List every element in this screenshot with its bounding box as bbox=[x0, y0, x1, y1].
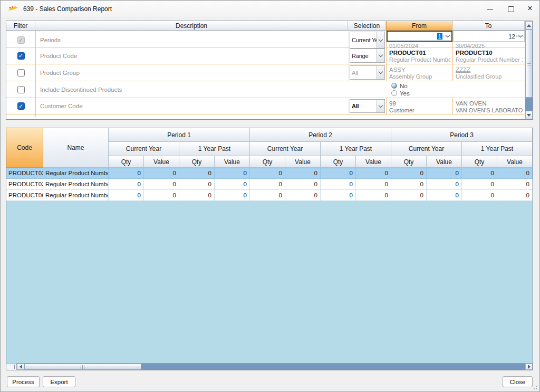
value-cell[interactable]: 0 bbox=[144, 168, 179, 179]
value-cell[interactable]: 0 bbox=[285, 168, 321, 179]
period-to-editor[interactable]: 12 bbox=[453, 31, 525, 42]
filter-from-cell[interactable]: PRODUCT01Regular Product Number 01 bbox=[386, 47, 452, 64]
measure-subheader[interactable]: Value bbox=[285, 156, 321, 168]
value-cell[interactable]: 0 bbox=[109, 179, 144, 190]
scrollbar-right-button[interactable] bbox=[525, 364, 533, 370]
value-cell[interactable]: 0 bbox=[179, 190, 215, 201]
value-cell[interactable]: 0 bbox=[462, 168, 497, 179]
filter-column-header[interactable]: Filter bbox=[6, 21, 35, 31]
code-cell[interactable]: PRODUCT06 bbox=[6, 190, 43, 201]
code-cell[interactable]: PRODUCT03 bbox=[6, 179, 43, 190]
value-cell[interactable]: 0 bbox=[109, 190, 144, 201]
filter-vertical-scrollbar[interactable] bbox=[525, 21, 533, 119]
grid-row[interactable]: PRODUCT03Regular Product Number 03000000… bbox=[6, 179, 533, 190]
name-cell[interactable]: Regular Product Number 02 bbox=[43, 168, 109, 179]
grid-row[interactable]: PRODUCT02Regular Product Number 02000000… bbox=[6, 168, 533, 179]
measure-subheader[interactable]: Value bbox=[356, 156, 391, 168]
combo-dropdown-button[interactable] bbox=[377, 100, 384, 112]
value-cell[interactable]: 0 bbox=[356, 179, 391, 190]
value-cell[interactable]: 0 bbox=[391, 190, 427, 201]
filter-checkbox[interactable] bbox=[17, 69, 25, 77]
vertical-scrollbar-track[interactable] bbox=[525, 98, 533, 111]
minimize-button[interactable] bbox=[481, 1, 499, 17]
resize-grip[interactable] bbox=[533, 385, 537, 389]
filter-to-cell[interactable]: VAN OVENVAN OVEN'S LABORATORIUM bbox=[452, 98, 525, 114]
filter-row[interactable]: Product GroupAllASSYAssembly GroupZZZZUn… bbox=[6, 64, 525, 81]
filter-row[interactable]: ✓PeriodsCurrent Year101/05/20241230/04/2… bbox=[6, 31, 525, 47]
name-cell[interactable]: Regular Product Number 03 bbox=[43, 179, 109, 190]
horizontal-scrollbar-thumb[interactable] bbox=[24, 364, 141, 370]
measure-subheader[interactable]: Qty bbox=[321, 156, 356, 168]
filter-row[interactable]: Include Discontinued ProductsNoYes bbox=[6, 81, 525, 98]
filter-checkbox[interactable] bbox=[17, 86, 25, 93]
measure-subheader[interactable]: Qty bbox=[250, 156, 285, 168]
value-cell[interactable]: 0 bbox=[391, 179, 427, 190]
code-column-header[interactable]: Code bbox=[6, 128, 43, 168]
selection-combo[interactable]: All bbox=[350, 99, 385, 113]
measure-subheader[interactable]: Value bbox=[144, 156, 179, 168]
radio-option-yes[interactable]: Yes bbox=[391, 90, 525, 97]
value-cell[interactable]: 0 bbox=[391, 168, 427, 179]
value-cell[interactable]: 0 bbox=[321, 190, 356, 201]
year-subheader[interactable]: Current Year bbox=[109, 142, 179, 156]
close-button[interactable]: Close bbox=[503, 376, 533, 387]
filter-checkbox[interactable]: ✓ bbox=[17, 102, 25, 110]
value-cell[interactable]: 0 bbox=[179, 168, 215, 179]
combo-dropdown-button[interactable] bbox=[443, 35, 451, 37]
filter-checkbox[interactable]: ✓ bbox=[17, 52, 25, 60]
combo-dropdown-button[interactable] bbox=[377, 66, 384, 79]
value-cell[interactable]: 0 bbox=[497, 190, 533, 201]
radio-option-no[interactable]: No bbox=[391, 83, 525, 89]
selection-column-header[interactable]: Selection bbox=[348, 21, 386, 31]
filter-from-cell[interactable]: ASSYAssembly Group bbox=[386, 64, 452, 81]
value-cell[interactable]: 0 bbox=[144, 179, 179, 190]
horizontal-scrollbar-track[interactable] bbox=[141, 364, 525, 370]
year-subheader[interactable]: 1 Year Past bbox=[462, 142, 533, 156]
selection-combo[interactable]: Range bbox=[350, 49, 385, 63]
value-cell[interactable]: 0 bbox=[250, 179, 285, 190]
year-subheader[interactable]: 1 Year Past bbox=[321, 142, 391, 156]
period-group-header[interactable]: Period 3 bbox=[391, 128, 533, 142]
value-cell[interactable]: 0 bbox=[250, 190, 285, 201]
selection-combo[interactable]: All bbox=[350, 65, 385, 80]
grid-row[interactable]: PRODUCT06Regular Product Number 06000000… bbox=[6, 190, 533, 201]
value-cell[interactable]: 0 bbox=[215, 179, 250, 190]
value-cell[interactable]: 0 bbox=[427, 168, 462, 179]
value-cell[interactable]: 0 bbox=[250, 168, 285, 179]
value-cell[interactable]: 0 bbox=[497, 179, 533, 190]
to-column-header[interactable]: To bbox=[452, 21, 525, 31]
combo-dropdown-button[interactable] bbox=[377, 49, 384, 62]
grid-horizontal-scrollbar[interactable] bbox=[6, 363, 533, 370]
filter-row[interactable]: ✓Customer CodeAll99CustomerVAN OVENVAN O… bbox=[6, 98, 525, 114]
description-column-header[interactable]: Description bbox=[35, 21, 348, 31]
period-from-editor[interactable]: 1 bbox=[387, 31, 452, 42]
measure-subheader[interactable]: Value bbox=[497, 156, 533, 168]
radio-yes-icon[interactable] bbox=[391, 90, 397, 96]
maximize-button[interactable] bbox=[502, 1, 520, 17]
radio-no-icon[interactable] bbox=[391, 83, 397, 89]
scrollbar-up-button[interactable] bbox=[525, 21, 533, 30]
value-cell[interactable]: 0 bbox=[321, 179, 356, 190]
value-cell[interactable]: 0 bbox=[356, 168, 391, 179]
measure-subheader[interactable]: Qty bbox=[462, 156, 497, 168]
measure-subheader[interactable]: Value bbox=[215, 156, 250, 168]
value-cell[interactable]: 0 bbox=[321, 168, 356, 179]
scrollbar-down-button[interactable] bbox=[525, 111, 533, 119]
year-subheader[interactable]: Current Year bbox=[391, 142, 462, 156]
value-cell[interactable]: 0 bbox=[144, 190, 179, 201]
name-cell[interactable]: Regular Product Number 06 bbox=[43, 190, 109, 201]
filter-row[interactable]: ✓Product CodeRangePRODUCT01Regular Produ… bbox=[6, 47, 525, 64]
value-cell[interactable]: 0 bbox=[179, 179, 215, 190]
value-cell[interactable]: 0 bbox=[427, 190, 462, 201]
column-splitter-handle[interactable] bbox=[6, 364, 17, 370]
export-button[interactable]: Export bbox=[43, 376, 75, 387]
filter-to-cell[interactable]: ZZZZUnclasified Group bbox=[452, 64, 525, 81]
measure-subheader[interactable]: Value bbox=[427, 156, 462, 168]
measure-subheader[interactable]: Qty bbox=[109, 156, 144, 168]
year-subheader[interactable]: Current Year bbox=[250, 142, 321, 156]
combo-dropdown-button[interactable] bbox=[516, 35, 524, 37]
value-cell[interactable]: 0 bbox=[462, 190, 497, 201]
value-cell[interactable]: 0 bbox=[215, 190, 250, 201]
filter-to-cell[interactable]: PRODUCT10Regular Product Number 10 bbox=[452, 47, 525, 64]
value-cell[interactable]: 0 bbox=[497, 168, 533, 179]
